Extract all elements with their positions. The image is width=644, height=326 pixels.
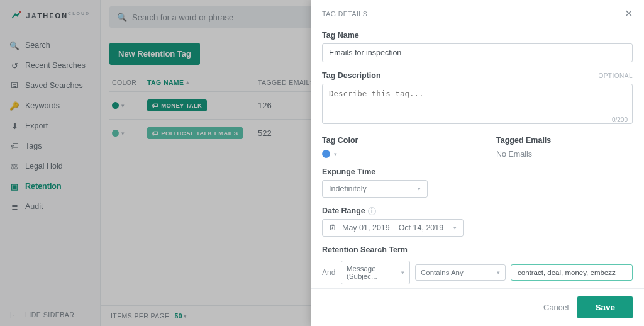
daterange-label: Date Rangei: [322, 206, 633, 215]
retention-term-row: And Message (Subjec...▾ Contains Any▾: [322, 261, 633, 284]
save-button[interactable]: Save: [577, 296, 633, 318]
desc-label: Tag DescriptionOPTIONAL: [322, 71, 633, 80]
info-icon[interactable]: i: [368, 207, 376, 215]
cancel-button[interactable]: Cancel: [543, 303, 569, 312]
panel-body: Tag Name Tag DescriptionOPTIONAL 0/200 T…: [311, 27, 644, 288]
optional-label: OPTIONAL: [598, 72, 633, 79]
daterange-picker[interactable]: 🗓May 01, 2019 – Oct 14, 2019▾: [322, 219, 464, 237]
and-label: And: [322, 268, 336, 277]
field-select[interactable]: Message (Subjec...▾: [341, 261, 410, 284]
operator-select[interactable]: Contains Any▾: [415, 264, 506, 281]
chevron-down-icon: ▾: [334, 151, 337, 157]
chevron-down-icon: ▾: [418, 186, 421, 192]
desc-textarea[interactable]: [322, 84, 633, 124]
expunge-label: Expunge Time: [322, 167, 633, 176]
tagname-label: Tag Name: [322, 31, 633, 40]
tagged-label: Tagged Emails: [496, 136, 633, 145]
expunge-select[interactable]: Indefinitely▾: [322, 180, 428, 198]
panel-title: TAG DETAILS: [322, 10, 367, 18]
calendar-icon: 🗓: [329, 223, 337, 232]
char-count: 0/200: [612, 116, 628, 123]
color-dot: [322, 150, 330, 158]
retention-term-label: Retention Search Term: [322, 245, 633, 254]
chevron-down-icon: ▾: [497, 269, 500, 276]
color-picker[interactable]: ▾: [322, 150, 458, 158]
chevron-down-icon: ▾: [453, 225, 457, 231]
tagname-input[interactable]: [322, 43, 633, 62]
close-icon[interactable]: ✕: [625, 8, 633, 20]
chevron-down-icon: ▾: [401, 269, 404, 276]
panel-footer: Cancel Save: [311, 288, 644, 326]
color-label: Tag Color: [322, 136, 458, 145]
term-value-input[interactable]: [511, 264, 633, 281]
tagged-emails-value: No Emails: [496, 150, 633, 159]
panel-header: TAG DETAILS ✕: [311, 0, 644, 27]
tag-details-panel: TAG DETAILS ✕ Tag Name Tag DescriptionOP…: [311, 0, 644, 326]
